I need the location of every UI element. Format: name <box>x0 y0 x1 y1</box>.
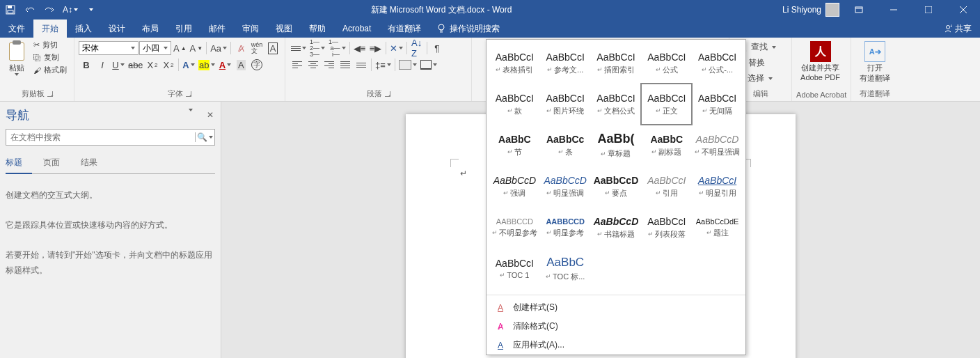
style-item-14[interactable]: AaBbCcD↵不明显强调 <box>693 125 742 165</box>
superscript-button[interactable]: X2 <box>161 57 176 72</box>
change-case-button[interactable]: Aa <box>209 40 228 56</box>
paste-button[interactable]: 粘贴 <box>4 39 29 77</box>
ribbon-display-icon[interactable] <box>844 0 874 20</box>
qat-customize-icon[interactable] <box>85 3 97 16</box>
decrease-indent-button[interactable]: ◀≡ <box>352 40 368 56</box>
tab-insert[interactable]: 插入 <box>67 20 100 38</box>
phonetic-guide-button[interactable]: wén文 <box>249 40 264 56</box>
line-spacing-button[interactable]: ‡≡ <box>374 57 393 72</box>
char-shading-button[interactable]: A <box>233 57 248 72</box>
increase-indent-button[interactable]: ≡▶ <box>368 40 384 56</box>
nav-close-button[interactable]: ✕ <box>207 110 214 120</box>
align-justify-button[interactable] <box>338 57 353 72</box>
style-item-19[interactable]: AaBbCcI↵明显引用 <box>693 166 742 206</box>
style-item-25[interactable]: AaBbCcI↵TOC 1 <box>490 249 539 288</box>
bold-button[interactable]: B <box>79 57 94 72</box>
user-avatar-icon[interactable] <box>825 3 839 17</box>
nav-search-button[interactable]: 🔍 <box>195 132 214 142</box>
create-share-pdf-button[interactable]: 人 创建并共享 Adobe PDF <box>796 39 844 83</box>
style-item-4[interactable]: AaBbCcI↵公式-... <box>693 43 742 83</box>
tab-references[interactable]: 引用 <box>167 20 200 38</box>
font-launcher[interactable] <box>186 91 191 97</box>
shrink-font-button[interactable]: A▼ <box>189 40 205 56</box>
tell-me-search[interactable]: 操作说明搜索 <box>436 20 500 38</box>
style-item-24[interactable]: AaBbCcDdE↵题注 <box>693 208 742 247</box>
nav-tab-results[interactable]: 结果 <box>81 154 107 173</box>
style-item-10[interactable]: AaBbC↵节 <box>490 125 539 165</box>
subscript-button[interactable]: X2 <box>145 57 160 72</box>
style-item-22[interactable]: AaBbCcD↵书籍标题 <box>592 208 641 247</box>
highlight-button[interactable]: ab <box>197 57 216 72</box>
apply-styles-menuitem[interactable]: A 应用样式(A)... <box>487 336 745 355</box>
nav-search-input[interactable] <box>6 132 195 142</box>
clipboard-launcher[interactable] <box>47 91 53 97</box>
clear-format-menuitem[interactable]: A̷ 清除格式(C) <box>487 317 745 336</box>
shading-button[interactable] <box>397 57 418 72</box>
show-marks-button[interactable]: ¶ <box>429 40 445 56</box>
style-item-16[interactable]: AaBbCcD↵明显强调 <box>541 166 590 206</box>
tab-acrobat[interactable]: Acrobat <box>334 20 379 38</box>
nav-dropdown-icon[interactable] <box>189 111 193 121</box>
style-item-17[interactable]: AaBbCcD↵要点 <box>592 166 641 206</box>
touch-mode-icon[interactable]: A↕ <box>63 3 78 16</box>
tab-mailings[interactable]: 邮件 <box>200 20 234 38</box>
grow-font-button[interactable]: A▲ <box>172 40 188 56</box>
underline-button[interactable]: U <box>111 57 126 72</box>
borders-button[interactable] <box>419 57 438 72</box>
style-item-15[interactable]: AaBbCcD↵强调 <box>490 166 539 206</box>
tab-review[interactable]: 审阅 <box>234 20 267 38</box>
multilevel-list-button[interactable]: 1— a— i— <box>327 40 347 56</box>
user-name[interactable]: Li Shiyong <box>782 5 821 15</box>
align-left-button[interactable] <box>290 57 305 72</box>
tab-home[interactable]: 开始 <box>33 20 67 38</box>
clear-formatting-button[interactable]: A̷ <box>233 40 248 56</box>
style-item-23[interactable]: AaBbCcI↵列表段落 <box>642 208 691 247</box>
bullets-button[interactable] <box>290 40 308 56</box>
font-color-button[interactable]: A <box>217 57 232 72</box>
style-item-9[interactable]: AaBbCcI↵无间隔 <box>693 84 742 124</box>
tab-layout[interactable]: 布局 <box>134 20 167 38</box>
style-item-12[interactable]: AaBb(↵章标题 <box>592 125 641 165</box>
style-item-26[interactable]: AaBbC↵TOC 标... <box>541 249 590 288</box>
redo-icon[interactable] <box>43 3 56 16</box>
align-distribute-button[interactable] <box>354 57 369 72</box>
copy-button[interactable]: ⿻复制 <box>31 52 70 63</box>
font-name-combo[interactable]: 宋体 <box>79 41 139 55</box>
open-yodao-button[interactable]: A➔ 打开 有道翻译 <box>855 39 894 85</box>
style-item-1[interactable]: AaBbCcI↵参考文... <box>541 43 590 83</box>
font-size-combo[interactable]: 小四 <box>139 41 171 55</box>
style-item-7[interactable]: AaBbCcI↵文档公式 <box>592 84 641 124</box>
align-center-button[interactable] <box>306 57 321 72</box>
style-item-21[interactable]: AABBCCD↵明显参考 <box>541 208 590 247</box>
tab-design[interactable]: 设计 <box>100 20 134 38</box>
minimize-button[interactable] <box>878 0 909 20</box>
cut-button[interactable]: ✂剪切 <box>31 39 70 51</box>
enclose-char-button[interactable]: 字 <box>249 57 264 72</box>
create-style-menuitem[interactable]: A 创建样式(S) <box>487 298 745 317</box>
numbering-button[interactable]: 1—2—3— <box>308 40 326 56</box>
style-item-5[interactable]: AaBbCcI↵款 <box>490 84 539 124</box>
strikethrough-button[interactable]: abc <box>127 57 144 72</box>
style-item-6[interactable]: AaBbCcI↵图片环绕 <box>541 84 590 124</box>
italic-button[interactable]: I <box>95 57 110 72</box>
style-item-2[interactable]: AaBbCcI↵插图索引 <box>592 43 641 83</box>
nav-tab-headings[interactable]: 标题 <box>6 154 32 174</box>
format-painter-button[interactable]: 🖌格式刷 <box>31 64 70 76</box>
maximize-button[interactable] <box>913 0 944 20</box>
style-item-18[interactable]: AaBbCcI↵引用 <box>642 166 691 206</box>
text-effects-button[interactable]: A <box>181 57 196 72</box>
style-item-20[interactable]: AABBCCD↵不明显参考 <box>490 208 539 247</box>
tab-file[interactable]: 文件 <box>0 20 33 38</box>
paragraph-launcher[interactable] <box>385 91 390 97</box>
tab-yodao[interactable]: 有道翻译 <box>379 20 429 38</box>
char-border-button[interactable]: A <box>265 40 280 56</box>
style-item-3[interactable]: AaBbCcI↵公式 <box>642 43 691 83</box>
share-button[interactable]: + 共享 <box>935 20 980 38</box>
sort-button[interactable]: A↓Z <box>409 40 425 56</box>
tab-view[interactable]: 视图 <box>267 20 301 38</box>
style-item-0[interactable]: AaBbCcI↵表格插引 <box>490 43 539 83</box>
style-item-11[interactable]: AaBbCc↵条 <box>541 125 590 165</box>
close-button[interactable] <box>948 0 979 20</box>
asian-layout-button[interactable]: ✕ <box>388 40 404 56</box>
style-item-13[interactable]: AaBbC↵副标题 <box>642 125 691 165</box>
